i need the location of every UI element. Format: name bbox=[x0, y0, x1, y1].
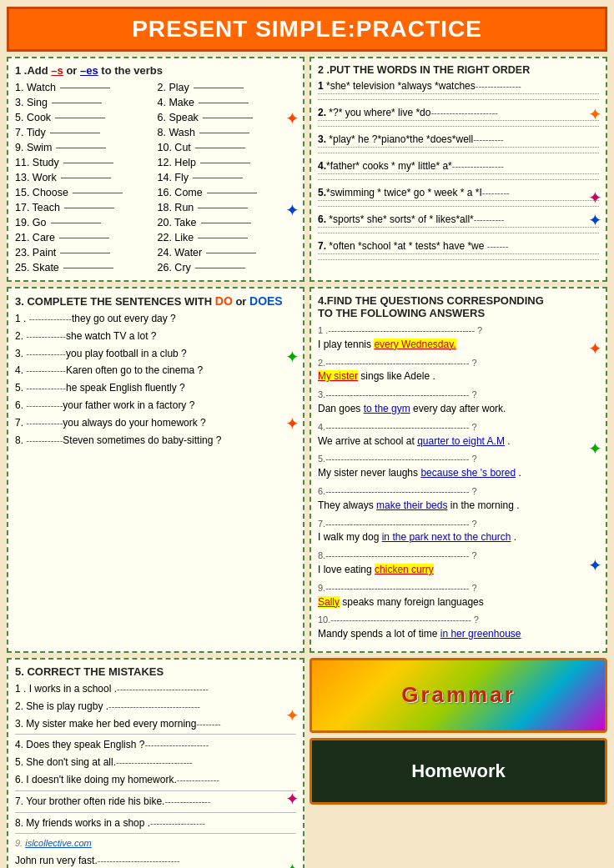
bottom-right: Grammar Homework bbox=[310, 658, 607, 868]
star-icon: ✦ bbox=[285, 705, 299, 725]
list-item: 8. ------------ Steven sometimes do baby… bbox=[15, 434, 296, 448]
list-item: John run very fast.---------------------… bbox=[15, 854, 296, 868]
divider bbox=[15, 833, 296, 834]
list-item: 17. Teach bbox=[15, 201, 154, 214]
list-item: 7. ------------you always do your homewo… bbox=[15, 416, 296, 430]
star-icon: ✦ bbox=[285, 108, 299, 128]
list-item: 7. Tidy bbox=[15, 126, 154, 139]
list-item: 14. Fly bbox=[158, 171, 297, 184]
divider bbox=[15, 812, 296, 813]
section-5: 5. CORRECT THE MISTAKES 1 . I works in a… bbox=[7, 658, 304, 868]
list-item: 1. Watch bbox=[15, 81, 154, 94]
list-item: 2. Play bbox=[158, 81, 297, 94]
list-item: 18. Run bbox=[158, 201, 297, 214]
star-icon: ✦ bbox=[285, 347, 299, 367]
list-item: 7. Your brother often ride his bike.----… bbox=[15, 795, 296, 809]
grammar-label: Grammar bbox=[401, 682, 516, 708]
list-item: 6. I doesn't like doing my homework.----… bbox=[15, 773, 296, 787]
list-item: 5.--------------------------------------… bbox=[318, 452, 599, 480]
star-icon: ✦ bbox=[285, 860, 299, 868]
section-1-title: 1 .Add –s or –es to the verbs bbox=[15, 64, 296, 77]
list-item: 11. Study bbox=[15, 156, 154, 169]
section-3-title: 3. COMPLETE THE SENTENCES WITH DO or DOE… bbox=[15, 294, 296, 308]
list-item: 5.*swimming * twice* go * week * a *I---… bbox=[318, 187, 599, 207]
list-item: 12. Help bbox=[158, 156, 297, 169]
list-item: 3. My sister make her bed every morning-… bbox=[15, 717, 296, 731]
list-item: 3. -------------you play football in a c… bbox=[15, 347, 296, 361]
list-item: 1 . I works in a school .---------------… bbox=[15, 682, 296, 696]
star-icon: ✦ bbox=[588, 188, 602, 208]
section-4-title: 4.FIND THE QUESTIONS CORRESPONDINGTO THE… bbox=[318, 294, 599, 319]
list-item: 23. Paint bbox=[15, 246, 154, 259]
section-1: 1 .Add –s or –es to the verbs 1. Watch 2… bbox=[7, 57, 304, 282]
star-icon: ✦ bbox=[285, 414, 299, 434]
list-item: 4.--------------------------------------… bbox=[318, 420, 599, 449]
list-item: 6. ------------your father work in a fac… bbox=[15, 399, 296, 413]
section-5-title: 5. CORRECT THE MISTAKES bbox=[15, 665, 296, 678]
homework-label: Homework bbox=[411, 760, 505, 782]
star-icon: ✦ bbox=[588, 104, 602, 124]
list-item: 8. My friends works in a shop .---------… bbox=[15, 816, 296, 830]
star-icon: ✦ bbox=[588, 339, 602, 359]
list-item: 1 . --------------they go out every day … bbox=[15, 312, 296, 326]
star-icon: ✦ bbox=[588, 210, 602, 230]
section-1-grid: 1. Watch 2. Play 3. Sing 4. Make 5. Cook… bbox=[15, 81, 296, 274]
section-2-title: 2 .PUT THE WORDS IN THE RIGHT ORDER bbox=[318, 64, 599, 76]
list-item: 10. Cut bbox=[158, 141, 297, 154]
list-item: 1 *she* television *always *watches-----… bbox=[318, 80, 599, 100]
list-item: 5. She don't sing at all.---------------… bbox=[15, 755, 296, 770]
grammar-box: Grammar bbox=[310, 658, 607, 733]
list-item: 7.--------------------------------------… bbox=[318, 517, 599, 545]
list-item: 8. Wash bbox=[158, 126, 297, 139]
list-item: 16. Come bbox=[158, 186, 297, 199]
list-item: 25. Skate bbox=[15, 261, 154, 274]
list-item: 2. She is play rugby .------------------… bbox=[15, 700, 296, 714]
list-item: 19. Go bbox=[15, 216, 154, 229]
list-item: 6.--------------------------------------… bbox=[318, 484, 599, 513]
star-icon: ✦ bbox=[588, 555, 602, 575]
list-item: 4. Make bbox=[158, 96, 297, 109]
list-item: 2.--------------------------------------… bbox=[318, 356, 599, 384]
list-item: 4. Does they speak English ?------------… bbox=[15, 738, 296, 752]
star-icon: ✦ bbox=[588, 439, 602, 459]
list-item: 5. ------------- he speak English fluent… bbox=[15, 381, 296, 395]
list-item: 21. Care bbox=[15, 231, 154, 244]
section-2: 2 .PUT THE WORDS IN THE RIGHT ORDER 1 *s… bbox=[310, 57, 607, 282]
list-item: 2. -------------she watch TV a lot ? bbox=[15, 329, 296, 344]
list-item: 8.--------------------------------------… bbox=[318, 549, 599, 577]
list-item: 9. Swim bbox=[15, 141, 154, 154]
list-item: 3. Sing bbox=[15, 96, 154, 109]
section-4: 4.FIND THE QUESTIONS CORRESPONDINGTO THE… bbox=[310, 287, 607, 653]
list-item: 6. *sports* she* sorts* of * likes*all*-… bbox=[318, 213, 599, 233]
page-title: PRESENT SIMPLE:PRACTICE bbox=[7, 7, 607, 52]
main-content: 1 .Add –s or –es to the verbs 1. Watch 2… bbox=[7, 57, 607, 868]
list-item: 10.-------------------------------------… bbox=[318, 613, 599, 641]
list-item: 9.--------------------------------------… bbox=[318, 581, 599, 610]
divider bbox=[15, 734, 296, 735]
list-item: 15. Choose bbox=[15, 186, 154, 199]
list-item: 7. *often *school *at * tests* have *we … bbox=[318, 240, 599, 260]
list-item: 4.*father* cooks * my* little* a*-------… bbox=[318, 160, 599, 180]
list-item: 3.--------------------------------------… bbox=[318, 388, 599, 416]
homework-box: Homework bbox=[310, 738, 607, 805]
list-item: 6. Speak bbox=[158, 111, 297, 124]
list-item: 24. Water bbox=[158, 246, 297, 259]
list-item: 9. islcollective.com bbox=[15, 837, 296, 850]
divider bbox=[15, 790, 296, 791]
list-item: 1 .-------------------------------------… bbox=[318, 324, 599, 352]
list-item: 3. *play* he ?*piano*the *does*well-----… bbox=[318, 133, 599, 153]
section-3: 3. COMPLETE THE SENTENCES WITH DO or DOE… bbox=[7, 287, 304, 653]
list-item: 2. *?* you where* live *do--------------… bbox=[318, 107, 599, 127]
star-icon: ✦ bbox=[285, 789, 299, 809]
list-item: 26. Cry bbox=[158, 261, 297, 274]
list-item: 20. Take bbox=[158, 216, 297, 229]
list-item: 13. Work bbox=[15, 171, 154, 184]
list-item: 5. Cook bbox=[15, 111, 154, 124]
page-wrapper: PRESENT SIMPLE:PRACTICE 1 .Add –s or –es… bbox=[0, 0, 614, 868]
list-item: 22. Like bbox=[158, 231, 297, 244]
list-item: 4. -------------Karen often go to the ci… bbox=[15, 364, 296, 378]
star-icon: ✦ bbox=[285, 200, 299, 220]
